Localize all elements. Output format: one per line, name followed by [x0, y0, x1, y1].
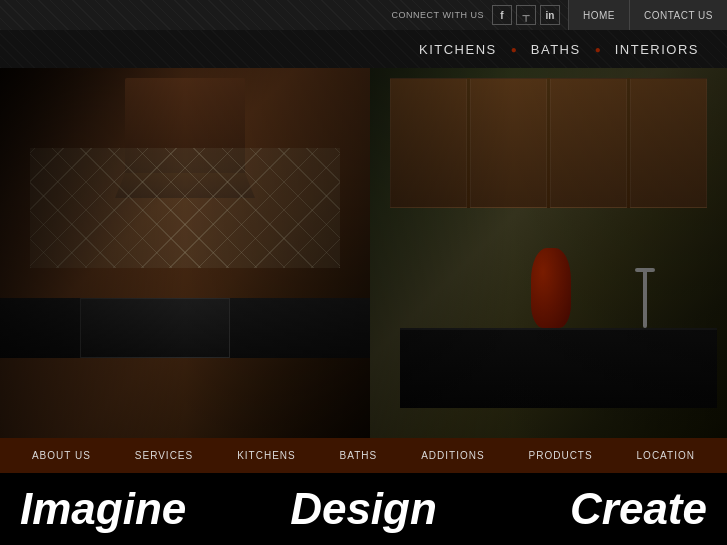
- faucet: [643, 268, 647, 328]
- services-nav-item[interactable]: SERVICES: [127, 450, 201, 461]
- cabinet-door-3: [550, 78, 627, 208]
- tagline-word-imagine: Imagine: [20, 484, 249, 534]
- tagline-section: Imagine Design Create: [0, 473, 727, 545]
- linkedin-icon[interactable]: in: [540, 5, 560, 25]
- tagline-word-design: Design: [249, 484, 478, 534]
- hero-kitchen-image: [0, 68, 727, 438]
- upper-cabinets: [390, 78, 707, 208]
- products-nav-item[interactable]: PRODUCTS: [521, 450, 601, 461]
- additions-nav-item[interactable]: ADDITIONS: [413, 450, 492, 461]
- top-bar: CONNECT WITH US f ┬ in HOME CONTACT US: [0, 0, 727, 30]
- contact-nav-button[interactable]: CONTACT US: [629, 0, 727, 30]
- nav-dot-1: ●: [511, 44, 517, 55]
- social-icons-group: f ┬ in: [492, 5, 560, 25]
- connect-label: CONNECT WITH US: [392, 10, 484, 21]
- facebook-icon[interactable]: f: [492, 5, 512, 25]
- about-us-nav-item[interactable]: ABOUT US: [24, 450, 99, 461]
- kitchens-bottom-nav-item[interactable]: KITCHENS: [229, 450, 304, 461]
- top-nav: HOME CONTACT US: [568, 0, 727, 30]
- counter: [0, 298, 370, 358]
- twitter-icon[interactable]: ┬: [516, 5, 536, 25]
- vase-decoration: [531, 248, 571, 328]
- nav-dot-2: ●: [595, 44, 601, 55]
- cabinet-hood: [125, 78, 245, 178]
- baths-nav-item[interactable]: BATHS: [523, 42, 589, 57]
- baths-bottom-nav-item[interactable]: BATHS: [332, 450, 386, 461]
- kitchens-nav-item[interactable]: KITCHENS: [411, 42, 505, 57]
- tagline-word-create: Create: [478, 484, 707, 534]
- location-nav-item[interactable]: LOCATION: [629, 450, 703, 461]
- kitchen-island: [400, 328, 717, 408]
- kitchen-left-panel: [0, 68, 370, 438]
- stove: [80, 298, 230, 358]
- interiors-nav-item[interactable]: INTERIORS: [607, 42, 707, 57]
- cabinet-door-4: [630, 78, 707, 208]
- kitchen-right-panel: [370, 68, 727, 438]
- cabinet-door-1: [390, 78, 467, 208]
- backsplash: [30, 148, 340, 268]
- bottom-nav-bar: ABOUT US SERVICES KITCHENS BATHS ADDITIO…: [0, 438, 727, 473]
- cabinet-door-2: [470, 78, 547, 208]
- hero-section: [0, 68, 727, 438]
- home-nav-button[interactable]: HOME: [568, 0, 629, 30]
- main-nav: KITCHENS ● BATHS ● INTERIORS: [0, 30, 727, 68]
